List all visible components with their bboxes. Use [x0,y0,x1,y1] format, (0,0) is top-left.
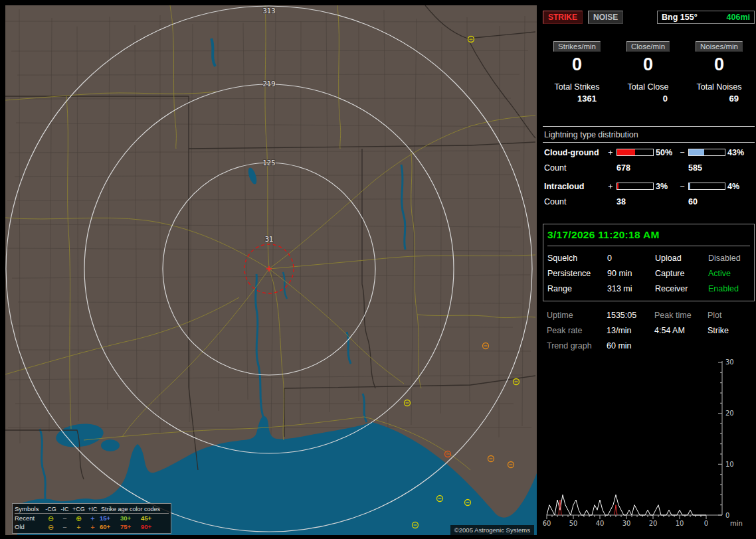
legend-header: Symbols -CG -IC +CG +IC Strike age color… [15,504,169,514]
ring-label-125: 125 [262,159,275,167]
x-tick-50: 50 [569,520,578,527]
total-close-value: 0 [613,94,684,104]
legend-age-code: 75+ [120,523,141,530]
cg-positive-bar [616,149,654,156]
x-tick-60: 60 [543,520,551,527]
cg-positive-pct: 50% [656,148,678,157]
cg-positive-count: 678 [616,163,688,173]
legend-old-ages: 60+75+90+ [100,523,169,530]
cg-negative-count: 585 [688,163,702,173]
copyright-notice: ©2005 Astrogenic Systems [450,525,534,535]
noise-mode-button[interactable]: NOISE [588,11,623,24]
legend-col-pic: +IC [86,506,100,512]
close-per-min-label[interactable]: Close/min [626,41,670,52]
intracloud-count-row: Count 38 60 [544,197,755,206]
rate-counters: Strikes/min 0 Total Strikes 1361 Close/m… [541,41,756,104]
ic-negative-count: 60 [688,197,698,206]
lake [101,439,120,451]
y-tick-20: 20 [725,410,734,417]
total-noises-label: Total Noises [684,82,755,92]
cloud-ground-count-row: Count 678 585 [544,163,755,173]
ic-positive-count: 38 [616,197,688,206]
ic-positive-pct: 3% [656,182,678,191]
cloud-ground-label: Cloud-ground [544,148,607,157]
trend-chart: 30 20 10 0 60 50 40 30 20 10 0 min [543,356,756,536]
legend-symbol: + [86,514,100,522]
plus-sign: + [607,182,614,191]
bearing-readout: Bng 155° 406mi [657,11,755,24]
app-window: 313 219 125 31 Symbols -CG -IC +CG +IC S… [0,0,756,539]
status-panel: 3/17/2026 11:20:18 AM Squelch 0 Upload D… [543,224,755,301]
legend-symbol: + [86,523,100,531]
legend-row-old: Old ⊖−++ 60+75+90+ [15,522,169,531]
intracloud-row: Intracloud + 3% − 4% [544,182,755,191]
legend-age-code: 45+ [141,514,161,522]
y-tick-0: 0 [725,512,729,519]
total-strikes-value: 1361 [541,94,613,104]
x-tick-0: 0 [704,520,708,527]
strikes-per-min-label[interactable]: Strikes/min [553,41,601,52]
peak-rate-value: 13/min [607,326,654,335]
plot-label: Plot [708,311,755,320]
count-label: Count [544,197,616,206]
total-noises-value: 69 [684,94,755,104]
noises-per-min-label[interactable]: Noises/min [696,41,743,52]
close-per-min-value: 0 [613,54,684,74]
close-per-min-counter: Close/min 0 Total Close 0 [613,41,684,104]
total-strikes-label: Total Strikes [541,82,613,92]
ic-negative-pct: 4% [727,182,750,191]
ring-label-313: 313 [262,7,275,15]
capture-label: Capture [655,269,708,278]
y-tick-30: 30 [725,358,734,366]
legend-col-nic: -IC [58,506,72,512]
legend-symbol: + [72,523,86,531]
receiver-status: Enabled [708,284,750,293]
squelch-label: Squelch [547,254,607,263]
legend-symbol: ⊖ [44,523,58,531]
cg-negative-bar [688,149,725,156]
upload-status: Disabled [708,254,750,263]
legend-recent-ages: 15+30+45+ [100,514,169,522]
uptime-value: 1535:05 [607,311,654,320]
x-tick-20: 20 [649,520,658,527]
strike-mode-button[interactable]: STRIKE [543,11,583,24]
axis-ticks [547,362,722,519]
trend-graph-value: 60 min [607,341,755,350]
upload-label: Upload [655,254,708,263]
strike-legend: Symbols -CG -IC +CG +IC Strike age color… [12,503,171,534]
capture-status: Active [708,269,750,278]
legend-recent-label: Recent [15,514,44,522]
range-label: Range [547,284,607,293]
ic-positive-bar [616,183,654,190]
persistence-value: 90 min [607,269,655,278]
count-label: Count [544,163,616,173]
ring-label-31: 31 [265,236,274,243]
minus-sign: − [678,148,686,157]
uptime-panel: Uptime 1535:05 Peak time Plot Peak rate … [547,311,755,335]
legend-symbol: ⊖ [44,514,58,522]
ring-label-219: 219 [262,80,275,88]
legend-symbol: − [58,523,72,531]
legend-age-title: Strike age color codes [100,506,169,512]
strikes-per-min-value: 0 [541,54,613,74]
settings-grid: Squelch 0 Upload Disabled Persistence 90… [547,254,750,293]
legend-row-recent: Recent ⊖−⊕+ 15+30+45+ [15,514,169,522]
persistence-label: Persistence [547,269,607,278]
x-axis-unit: min [730,520,743,527]
sidebar-panel: STRIKE NOISE Bng 155° 406mi Strikes/min … [541,0,756,539]
uptime-label: Uptime [547,311,607,320]
lightning-map[interactable]: 313 219 125 31 [5,5,537,535]
intracloud-label: Intracloud [544,182,607,191]
bearing-distance: 406mi [727,13,750,22]
x-tick-10: 10 [676,520,684,527]
legend-age-code: 30+ [120,514,141,522]
minus-sign: − [678,182,686,191]
mode-toolbar: STRIKE NOISE Bng 155° 406mi [543,11,755,24]
datetime-display: 3/17/2026 11:20:18 AM [547,229,750,246]
peak-rate-label: Peak rate [547,326,607,335]
range-value: 313 mi [607,284,655,293]
map-panel[interactable]: 313 219 125 31 Symbols -CG -IC +CG +IC S… [5,5,537,535]
total-close-label: Total Close [613,82,684,92]
x-tick-40: 40 [596,520,605,527]
peak-time-label: Peak time [654,311,708,320]
